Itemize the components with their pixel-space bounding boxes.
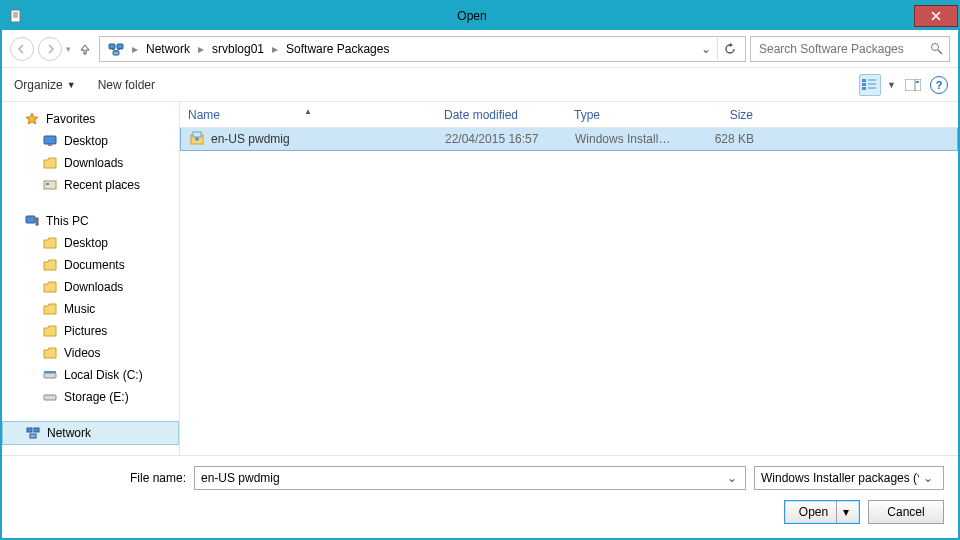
svg-rect-8 xyxy=(113,51,119,55)
sidebar-item-documents[interactable]: Documents xyxy=(2,254,179,276)
sidebar-item-label: Desktop xyxy=(64,236,108,250)
back-button[interactable] xyxy=(10,37,34,61)
sidebar-item-label: Pictures xyxy=(64,324,107,338)
cancel-button[interactable]: Cancel xyxy=(868,500,944,524)
column-type[interactable]: Type xyxy=(566,108,681,122)
breadcrumb-network[interactable]: Network xyxy=(142,40,194,58)
column-name[interactable]: ▲Name xyxy=(180,108,436,122)
filename-input[interactable] xyxy=(199,470,723,486)
sidebar-item-label: Downloads xyxy=(64,156,123,170)
folder-icon xyxy=(42,323,58,339)
svg-rect-21 xyxy=(916,81,919,83)
breadcrumb-item[interactable]: srvblog01 xyxy=(208,40,268,58)
open-dropdown-icon[interactable]: ▾ xyxy=(836,501,855,523)
sidebar-network[interactable]: Network xyxy=(2,421,179,445)
preview-pane-button[interactable] xyxy=(902,74,924,96)
network-icon xyxy=(104,39,128,59)
sidebar-item-desktop[interactable]: Desktop xyxy=(2,232,179,254)
sidebar-thispc[interactable]: This PC xyxy=(2,210,179,232)
sidebar-item-videos[interactable]: Videos xyxy=(2,342,179,364)
folder-icon xyxy=(42,345,58,361)
organize-label: Organize xyxy=(14,78,63,92)
chevron-right-icon: ▸ xyxy=(196,42,206,56)
svg-rect-22 xyxy=(44,136,56,144)
new-folder-button[interactable]: New folder xyxy=(96,74,157,96)
up-button[interactable] xyxy=(75,39,95,59)
view-options-button[interactable] xyxy=(859,74,881,96)
search-input[interactable] xyxy=(757,41,930,57)
svg-rect-26 xyxy=(26,216,35,223)
window-title: Open xyxy=(30,9,914,23)
filename-label: File name: xyxy=(16,471,186,485)
sidebar-item-downloads[interactable]: Downloads xyxy=(2,152,179,174)
open-button[interactable]: Open ▾ xyxy=(784,500,860,524)
recent-locations-dropdown[interactable]: ▾ xyxy=(66,44,71,54)
file-list-area: ▲Name Date modified Type Size en-US pwdm… xyxy=(180,102,958,455)
sidebar-item-music[interactable]: Music xyxy=(2,298,179,320)
forward-button[interactable] xyxy=(38,37,62,61)
folder-icon xyxy=(42,301,58,317)
sidebar-item-label: Storage (E:) xyxy=(64,390,129,404)
svg-rect-25 xyxy=(46,183,49,185)
svg-rect-35 xyxy=(193,132,201,137)
address-dropdown-icon[interactable]: ⌄ xyxy=(697,42,715,56)
network-icon xyxy=(25,425,41,441)
svg-rect-0 xyxy=(11,10,20,22)
new-folder-label: New folder xyxy=(98,78,155,92)
svg-rect-32 xyxy=(34,428,39,432)
help-button[interactable]: ? xyxy=(930,76,948,94)
app-icon xyxy=(8,8,24,24)
svg-rect-30 xyxy=(44,395,56,400)
sidebar-item-downloads[interactable]: Downloads xyxy=(2,276,179,298)
column-headers: ▲Name Date modified Type Size xyxy=(180,102,958,128)
search-box[interactable] xyxy=(750,36,950,62)
file-name: en-US pwdmig xyxy=(211,132,290,146)
sidebar-item-label: Documents xyxy=(64,258,125,272)
sidebar-item-pictures[interactable]: Pictures xyxy=(2,320,179,342)
chevron-down-icon[interactable]: ▼ xyxy=(887,80,896,90)
sidebar-item-label: Network xyxy=(47,426,91,440)
open-label: Open xyxy=(799,505,828,519)
desktop-icon xyxy=(42,133,58,149)
file-date: 22/04/2015 16:57 xyxy=(437,132,567,146)
sidebar-item-label: Recent places xyxy=(64,178,140,192)
file-list[interactable]: en-US pwdmig 22/04/2015 16:57 Windows In… xyxy=(180,128,958,455)
file-type: Windows Installer ... xyxy=(567,132,682,146)
toolbar: Organize ▼ New folder ▼ ? xyxy=(2,68,958,102)
chevron-right-icon: ▸ xyxy=(130,42,140,56)
svg-rect-27 xyxy=(36,218,38,225)
breadcrumb-item[interactable]: Software Packages xyxy=(282,40,393,58)
star-icon xyxy=(24,111,40,127)
open-dialog: Open ▾ ▸ Network ▸ srvblog01 ▸ Software … xyxy=(0,0,960,540)
sort-indicator-icon: ▲ xyxy=(304,107,312,116)
sidebar-favorites[interactable]: Favorites xyxy=(2,108,179,130)
svg-rect-33 xyxy=(30,434,36,438)
column-date[interactable]: Date modified xyxy=(436,108,566,122)
sidebar-item-label: Videos xyxy=(64,346,100,360)
organize-menu[interactable]: Organize ▼ xyxy=(12,74,78,96)
sidebar-item-storage[interactable]: Storage (E:) xyxy=(2,386,179,408)
svg-rect-23 xyxy=(48,144,52,146)
sidebar-item-label: Local Disk (C:) xyxy=(64,368,143,382)
file-type-filter[interactable]: Windows Installer packages (*.r ⌄ xyxy=(754,466,944,490)
svg-line-12 xyxy=(938,50,942,54)
file-row[interactable]: en-US pwdmig 22/04/2015 16:57 Windows In… xyxy=(180,128,958,151)
svg-rect-31 xyxy=(27,428,32,432)
sidebar-item-localdisk[interactable]: Local Disk (C:) xyxy=(2,364,179,386)
drive-icon xyxy=(42,389,58,405)
svg-rect-19 xyxy=(905,79,921,91)
chevron-down-icon[interactable]: ⌄ xyxy=(723,471,741,485)
refresh-button[interactable] xyxy=(717,36,741,62)
svg-rect-28 xyxy=(44,373,56,378)
close-button[interactable] xyxy=(914,5,958,27)
svg-point-36 xyxy=(195,137,199,141)
dialog-footer: File name: ⌄ Windows Installer packages … xyxy=(2,455,958,538)
search-icon xyxy=(930,42,943,55)
address-bar[interactable]: ▸ Network ▸ srvblog01 ▸ Software Package… xyxy=(99,36,746,62)
column-size[interactable]: Size xyxy=(681,108,761,122)
sidebar-item-label: Downloads xyxy=(64,280,123,294)
sidebar-item-desktop[interactable]: Desktop xyxy=(2,130,179,152)
filename-combobox[interactable]: ⌄ xyxy=(194,466,746,490)
svg-rect-24 xyxy=(44,181,56,189)
sidebar-item-recent[interactable]: Recent places xyxy=(2,174,179,196)
